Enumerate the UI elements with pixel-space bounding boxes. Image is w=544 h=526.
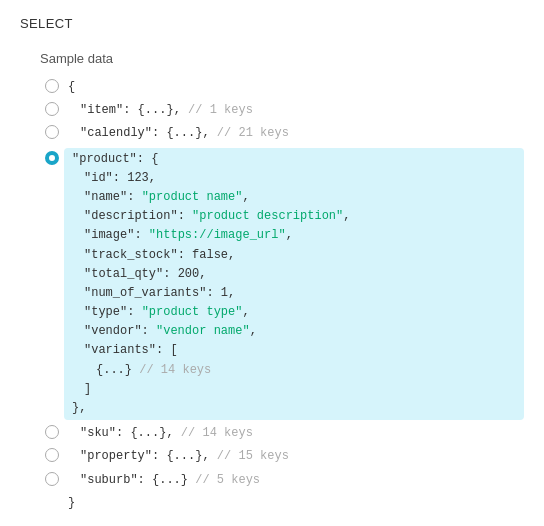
description-val: "product description" bbox=[192, 209, 343, 223]
row-property: "property": {...}, // 15 keys bbox=[40, 445, 524, 468]
image-val: "https://image_url" bbox=[149, 228, 286, 242]
type-key: "type" bbox=[84, 305, 127, 319]
total-qty-key: "total_qty" bbox=[84, 267, 163, 281]
product-name-line: "name": "product name", bbox=[68, 188, 518, 207]
radio-property[interactable] bbox=[40, 447, 64, 462]
product-track-stock-line: "track_stock": false, bbox=[68, 246, 518, 265]
variants-comment: // 14 keys bbox=[139, 363, 211, 377]
suburb-comment: // 5 keys bbox=[195, 473, 260, 487]
item-colon: : {...}, bbox=[123, 103, 181, 117]
item-code: "item": {...}, // 1 keys bbox=[64, 101, 524, 120]
name-key: "name" bbox=[84, 190, 127, 204]
radio-product[interactable] bbox=[40, 148, 64, 165]
product-colon: : { bbox=[137, 152, 159, 166]
product-variants-close: ] bbox=[68, 380, 518, 399]
radio-input-item[interactable] bbox=[45, 102, 59, 116]
radio-input-calendly[interactable] bbox=[45, 125, 59, 139]
id-key: "id" bbox=[84, 171, 113, 185]
suburb-key: "suburb" bbox=[80, 473, 138, 487]
num-variants-val: 1, bbox=[221, 286, 235, 300]
suburb-code: "suburb": {...} // 5 keys bbox=[64, 471, 524, 490]
vendor-val: "vendor name" bbox=[156, 324, 250, 338]
product-key: "product" bbox=[72, 152, 137, 166]
variants-brace: {...} bbox=[96, 363, 132, 377]
variants-key: "variants" bbox=[84, 343, 156, 357]
id-val: 123, bbox=[127, 171, 156, 185]
radio-close-brace bbox=[40, 494, 64, 495]
sku-colon: : {...}, bbox=[116, 426, 174, 440]
id-colon: : bbox=[113, 171, 127, 185]
calendly-key: "calendly" bbox=[80, 126, 152, 140]
radio-item[interactable] bbox=[40, 101, 64, 116]
item-key: "item" bbox=[80, 103, 123, 117]
row-calendly: "calendly": {...}, // 21 keys bbox=[40, 122, 524, 145]
sample-data-section: Sample data { "item": {...}, // 1 keys "… bbox=[40, 51, 524, 515]
row-close-brace: } bbox=[40, 492, 524, 515]
row-product: "product": { "id": 123, "name": "product… bbox=[40, 146, 524, 423]
suburb-colon: : {...} bbox=[138, 473, 188, 487]
open-brace-code: { bbox=[64, 78, 524, 97]
sample-data-title: Sample data bbox=[40, 51, 524, 66]
track-stock-val: false, bbox=[192, 248, 235, 262]
num-variants-key: "num_of_variants" bbox=[84, 286, 206, 300]
radio-suburb[interactable] bbox=[40, 471, 64, 486]
row-open-brace: { bbox=[40, 76, 524, 99]
product-description-line: "description": "product description", bbox=[68, 207, 518, 226]
radio-open-brace[interactable] bbox=[40, 78, 64, 93]
product-variants-line: "variants": [ bbox=[68, 341, 518, 360]
row-sku: "sku": {...}, // 14 keys bbox=[40, 422, 524, 445]
sku-code: "sku": {...}, // 14 keys bbox=[64, 424, 524, 443]
data-list: { "item": {...}, // 1 keys "calendly": {… bbox=[40, 76, 524, 515]
product-block-wrapper: "product": { "id": 123, "name": "product… bbox=[64, 148, 524, 421]
image-key: "image" bbox=[84, 228, 134, 242]
radio-input-sku[interactable] bbox=[45, 425, 59, 439]
product-total-qty-line: "total_qty": 200, bbox=[68, 265, 518, 284]
row-item: "item": {...}, // 1 keys bbox=[40, 99, 524, 122]
row-suburb: "suburb": {...} // 5 keys bbox=[40, 469, 524, 492]
product-header-line: "product": { bbox=[68, 150, 518, 169]
product-num-variants-line: "num_of_variants": 1, bbox=[68, 284, 518, 303]
name-colon: : bbox=[127, 190, 141, 204]
property-comment: // 15 keys bbox=[217, 449, 289, 463]
sku-comment: // 14 keys bbox=[181, 426, 253, 440]
total-qty-val: 200, bbox=[178, 267, 207, 281]
radio-input-property[interactable] bbox=[45, 448, 59, 462]
radio-input-product[interactable] bbox=[45, 151, 59, 165]
calendly-comment: // 21 keys bbox=[217, 126, 289, 140]
sku-key: "sku" bbox=[80, 426, 116, 440]
select-label: SELECT bbox=[20, 16, 524, 31]
property-colon: : {...}, bbox=[152, 449, 210, 463]
product-vendor-line: "vendor": "vendor name", bbox=[68, 322, 518, 341]
radio-sku[interactable] bbox=[40, 424, 64, 439]
track-stock-key: "track_stock" bbox=[84, 248, 178, 262]
calendly-colon: : {...}, bbox=[152, 126, 210, 140]
vendor-key: "vendor" bbox=[84, 324, 142, 338]
product-type-line: "type": "product type", bbox=[68, 303, 518, 322]
property-key: "property" bbox=[80, 449, 152, 463]
calendly-code: "calendly": {...}, // 21 keys bbox=[64, 124, 524, 143]
radio-input-suburb[interactable] bbox=[45, 472, 59, 486]
product-variants-content: {...} // 14 keys bbox=[68, 361, 518, 380]
product-image-line: "image": "https://image_url", bbox=[68, 226, 518, 245]
product-close-line: }, bbox=[68, 399, 518, 418]
description-key: "description" bbox=[84, 209, 178, 223]
name-val: "product name" bbox=[142, 190, 243, 204]
item-comment: // 1 keys bbox=[188, 103, 253, 117]
type-val: "product type" bbox=[142, 305, 243, 319]
radio-input-open-brace[interactable] bbox=[45, 79, 59, 93]
close-brace-code: } bbox=[64, 494, 524, 513]
product-id-line: "id": 123, bbox=[68, 169, 518, 188]
radio-calendly[interactable] bbox=[40, 124, 64, 139]
property-code: "property": {...}, // 15 keys bbox=[64, 447, 524, 466]
